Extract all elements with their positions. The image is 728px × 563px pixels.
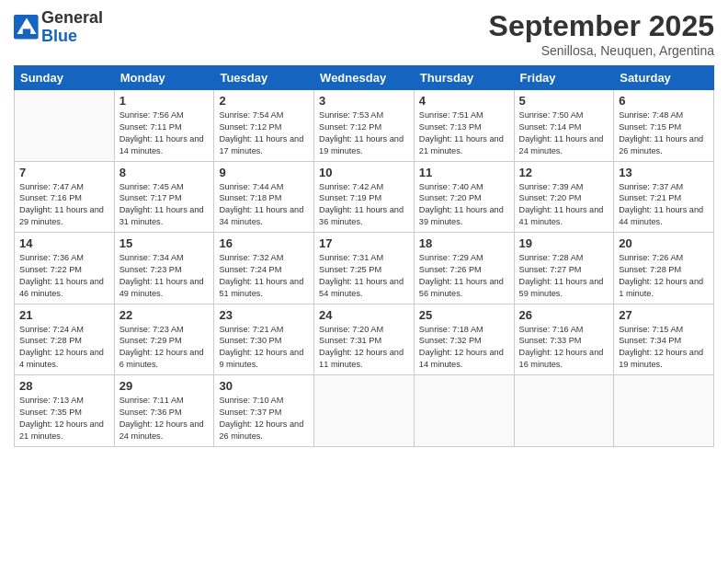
calendar-cell: 2 Sunrise: 7:54 AM Sunset: 7:12 PM Dayli…: [214, 90, 314, 162]
calendar-cell: [314, 375, 415, 447]
day-info: Sunrise: 7:40 AM Sunset: 7:20 PM Dayligh…: [419, 181, 509, 229]
day-number: 23: [219, 308, 309, 322]
day-number: 21: [19, 308, 109, 322]
sunset: Sunset: 7:12 PM: [319, 122, 381, 132]
header-saturday: Saturday: [614, 66, 714, 90]
sunrise: Sunrise: 7:29 AM: [419, 253, 483, 262]
sunrise: Sunrise: 7:39 AM: [519, 182, 584, 191]
day-info: Sunrise: 7:24 AM Sunset: 7:28 PM Dayligh…: [19, 324, 109, 372]
calendar-table: Sunday Monday Tuesday Wednesday Thursday…: [14, 65, 714, 447]
day-number: 18: [419, 236, 509, 250]
sunset: Sunset: 7:26 PM: [419, 265, 482, 274]
day-info: Sunrise: 7:32 AM Sunset: 7:24 PM Dayligh…: [219, 252, 309, 300]
day-info: Sunrise: 7:54 AM Sunset: 7:12 PM Dayligh…: [219, 109, 309, 157]
daylight: Daylight: 12 hours and 21 minutes.: [19, 419, 104, 441]
day-number: 9: [219, 166, 309, 179]
sunset: Sunset: 7:25 PM: [319, 265, 381, 274]
title-section: September 2025 Senillosa, Neuquen, Argen…: [489, 9, 714, 58]
sunrise: Sunrise: 7:34 AM: [119, 253, 184, 262]
calendar-cell: 8 Sunrise: 7:45 AM Sunset: 7:17 PM Dayli…: [114, 161, 214, 233]
sunrise: Sunrise: 7:16 AM: [519, 325, 584, 334]
day-info: Sunrise: 7:45 AM Sunset: 7:17 PM Dayligh…: [119, 181, 210, 229]
day-info: Sunrise: 7:50 AM Sunset: 7:14 PM Dayligh…: [519, 109, 609, 157]
subtitle: Senillosa, Neuquen, Argentina: [489, 43, 714, 58]
sunset: Sunset: 7:13 PM: [419, 122, 482, 132]
day-number: 15: [119, 236, 210, 250]
calendar-cell: 25 Sunrise: 7:18 AM Sunset: 7:32 PM Dayl…: [414, 304, 514, 375]
calendar-cell: 22 Sunrise: 7:23 AM Sunset: 7:29 PM Dayl…: [114, 304, 214, 375]
sunset: Sunset: 7:35 PM: [19, 408, 82, 417]
day-info: Sunrise: 7:21 AM Sunset: 7:30 PM Dayligh…: [219, 324, 309, 372]
day-number: 20: [619, 236, 709, 250]
sunset: Sunset: 7:21 PM: [619, 193, 681, 202]
daylight: Daylight: 11 hours and 21 minutes.: [419, 134, 504, 155]
calendar-cell: 6 Sunrise: 7:48 AM Sunset: 7:15 PM Dayli…: [614, 90, 714, 162]
day-number: 13: [619, 166, 709, 179]
sunrise: Sunrise: 7:36 AM: [19, 253, 84, 262]
sunrise: Sunrise: 7:54 AM: [219, 110, 283, 120]
day-number: 4: [419, 94, 509, 108]
day-number: 19: [519, 236, 609, 250]
daylight: Daylight: 11 hours and 44 minutes.: [619, 205, 703, 226]
calendar-week-row-4: 28 Sunrise: 7:13 AM Sunset: 7:35 PM Dayl…: [15, 375, 714, 447]
sunset: Sunset: 7:28 PM: [19, 336, 82, 345]
day-number: 24: [319, 308, 409, 322]
calendar-cell: 29 Sunrise: 7:11 AM Sunset: 7:36 PM Dayl…: [114, 375, 214, 447]
daylight: Daylight: 11 hours and 14 minutes.: [119, 134, 204, 155]
day-info: Sunrise: 7:47 AM Sunset: 7:16 PM Dayligh…: [19, 181, 109, 229]
header: General Blue September 2025 Senillosa, N…: [14, 9, 714, 58]
day-info: Sunrise: 7:15 AM Sunset: 7:34 PM Dayligh…: [619, 324, 709, 372]
calendar-cell: 30 Sunrise: 7:10 AM Sunset: 7:37 PM Dayl…: [214, 375, 314, 447]
calendar-cell: 23 Sunrise: 7:21 AM Sunset: 7:30 PM Dayl…: [214, 304, 314, 375]
daylight: Daylight: 11 hours and 54 minutes.: [319, 277, 404, 298]
calendar-cell: 24 Sunrise: 7:20 AM Sunset: 7:31 PM Dayl…: [314, 304, 415, 375]
calendar-week-row-2: 14 Sunrise: 7:36 AM Sunset: 7:22 PM Dayl…: [15, 233, 714, 304]
daylight: Daylight: 11 hours and 59 minutes.: [519, 277, 604, 298]
calendar-cell: 17 Sunrise: 7:31 AM Sunset: 7:25 PM Dayl…: [314, 233, 415, 304]
calendar-cell: 14 Sunrise: 7:36 AM Sunset: 7:22 PM Dayl…: [15, 233, 115, 304]
sunrise: Sunrise: 7:18 AM: [419, 325, 483, 334]
svg-rect-2: [23, 29, 30, 34]
sunset: Sunset: 7:18 PM: [219, 193, 281, 202]
sunrise: Sunrise: 7:20 AM: [319, 325, 383, 334]
day-number: 1: [119, 94, 210, 108]
day-info: Sunrise: 7:36 AM Sunset: 7:22 PM Dayligh…: [19, 252, 109, 300]
sunset: Sunset: 7:16 PM: [19, 193, 82, 202]
header-tuesday: Tuesday: [214, 66, 314, 90]
daylight: Daylight: 11 hours and 34 minutes.: [219, 205, 303, 226]
sunset: Sunset: 7:12 PM: [219, 122, 281, 132]
day-info: Sunrise: 7:31 AM Sunset: 7:25 PM Dayligh…: [319, 252, 409, 300]
sunset: Sunset: 7:30 PM: [219, 336, 281, 345]
sunrise: Sunrise: 7:45 AM: [119, 182, 184, 191]
daylight: Daylight: 11 hours and 49 minutes.: [119, 277, 204, 298]
sunrise: Sunrise: 7:10 AM: [219, 396, 283, 405]
day-info: Sunrise: 7:29 AM Sunset: 7:26 PM Dayligh…: [419, 252, 509, 300]
page: General Blue September 2025 Senillosa, N…: [0, 0, 728, 563]
sunrise: Sunrise: 7:42 AM: [319, 182, 383, 191]
sunset: Sunset: 7:15 PM: [619, 122, 681, 132]
day-info: Sunrise: 7:13 AM Sunset: 7:35 PM Dayligh…: [19, 395, 109, 442]
logo-icon: [14, 15, 40, 40]
sunrise: Sunrise: 7:50 AM: [519, 110, 584, 120]
calendar-week-row-3: 21 Sunrise: 7:24 AM Sunset: 7:28 PM Dayl…: [15, 304, 714, 375]
day-number: 27: [619, 308, 709, 322]
daylight: Daylight: 11 hours and 19 minutes.: [319, 134, 404, 155]
sunrise: Sunrise: 7:40 AM: [419, 182, 483, 191]
calendar-cell: 18 Sunrise: 7:29 AM Sunset: 7:26 PM Dayl…: [414, 233, 514, 304]
day-number: 11: [419, 166, 509, 179]
day-info: Sunrise: 7:44 AM Sunset: 7:18 PM Dayligh…: [219, 181, 309, 229]
sunset: Sunset: 7:28 PM: [619, 265, 681, 274]
day-info: Sunrise: 7:42 AM Sunset: 7:19 PM Dayligh…: [319, 181, 409, 229]
sunrise: Sunrise: 7:11 AM: [119, 396, 184, 405]
sunset: Sunset: 7:37 PM: [219, 408, 281, 417]
header-thursday: Thursday: [414, 66, 514, 90]
day-number: 3: [319, 94, 409, 108]
day-info: Sunrise: 7:34 AM Sunset: 7:23 PM Dayligh…: [119, 252, 210, 300]
daylight: Daylight: 12 hours and 1 minute.: [619, 277, 703, 298]
daylight: Daylight: 12 hours and 6 minutes.: [119, 348, 204, 369]
header-wednesday: Wednesday: [314, 66, 415, 90]
day-info: Sunrise: 7:53 AM Sunset: 7:12 PM Dayligh…: [319, 109, 409, 157]
calendar-cell: 1 Sunrise: 7:56 AM Sunset: 7:11 PM Dayli…: [114, 90, 214, 162]
daylight: Daylight: 12 hours and 14 minutes.: [419, 348, 504, 369]
daylight: Daylight: 11 hours and 51 minutes.: [219, 277, 303, 298]
